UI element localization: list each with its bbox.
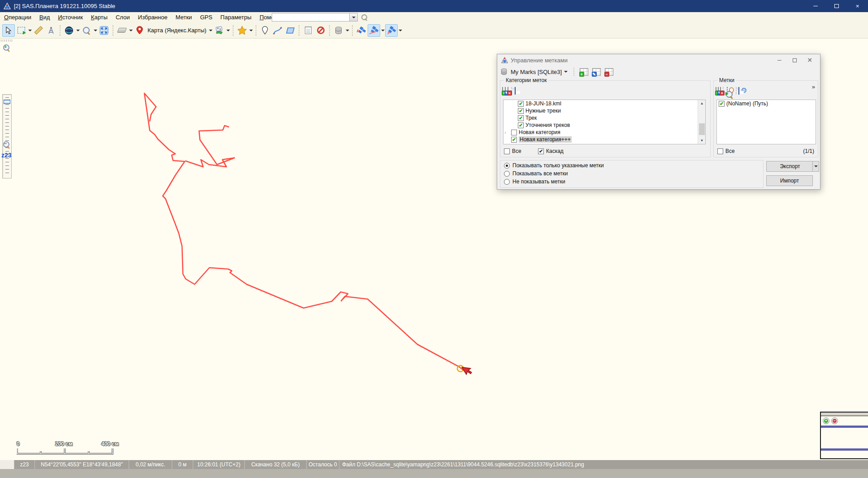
measure-distance-button[interactable] (32, 24, 45, 37)
scroll-up-icon[interactable]: ▲ (698, 100, 706, 107)
zoom-slider[interactable] (2, 94, 12, 178)
category-edit-button[interactable]: ✎ (505, 87, 506, 94)
tree-row[interactable]: 18-JUN-18.kml (503, 100, 705, 107)
category-checkbox[interactable] (518, 101, 524, 107)
search-go-icon[interactable] (361, 14, 367, 22)
zoom-tool-button[interactable] (80, 24, 93, 37)
menu-source[interactable]: Источник (54, 13, 87, 22)
layers-button[interactable] (213, 24, 226, 37)
zoom-in-button[interactable]: + (3, 44, 11, 52)
search-input[interactable] (272, 13, 349, 21)
minimap-panel[interactable]: + − (820, 412, 868, 459)
goto-position-button[interactable] (45, 24, 57, 37)
checkbox[interactable] (717, 148, 723, 154)
database-select-button[interactable]: My Marks [SQLite3] (509, 68, 569, 76)
mark-export-button[interactable] (738, 87, 739, 94)
layers-dropdown[interactable] (226, 24, 230, 37)
gps-connect-button[interactable] (355, 24, 368, 37)
tree-row[interactable]: Нужные треки (503, 107, 705, 114)
menu-favorites[interactable]: Избранное (134, 13, 172, 22)
marks-manager-button[interactable] (302, 24, 314, 37)
menu-marks[interactable]: Метки (171, 13, 196, 22)
fullscreen-button[interactable] (98, 24, 110, 37)
dialog-minimize-button[interactable] (772, 54, 787, 66)
mark-edit-button[interactable]: ✎ (718, 87, 719, 94)
checkbox[interactable] (538, 148, 544, 154)
dialog-maximize-button[interactable] (787, 54, 802, 66)
tree-row[interactable]: Новая категория+++ (503, 136, 705, 143)
scroll-down-icon[interactable]: ▼ (698, 137, 706, 144)
radio-show-all[interactable]: Показывать все метки (504, 170, 763, 177)
minimize-button[interactable] (805, 0, 826, 12)
mark-row[interactable]: (NoName) (Путь) (717, 100, 816, 107)
toolbar-overflow-button[interactable]: » (812, 83, 815, 90)
categories-tree[interactable]: 18-JUN-18.kml Нужные треки Трек Уточнени… (503, 100, 706, 144)
zoom-tool-dropdown[interactable] (93, 24, 98, 37)
select-region-dropdown[interactable] (27, 24, 32, 37)
active-map-label[interactable]: Карта (Яндекс.Карты) (146, 27, 208, 34)
mark-delete-button[interactable]: × (720, 87, 721, 94)
export-dropdown[interactable] (812, 161, 819, 171)
category-checkbox[interactable] (518, 122, 524, 128)
database-add-button[interactable]: + (578, 67, 589, 77)
menu-maps[interactable]: Карты (87, 13, 112, 22)
gps-track-button[interactable] (368, 24, 380, 37)
gps-follow-button[interactable] (385, 24, 398, 37)
mark-checkbox[interactable] (719, 101, 725, 107)
menu-layers[interactable]: Слои (112, 13, 134, 22)
cascade-checkbox[interactable]: Каскад (538, 148, 564, 154)
internet-cache-button[interactable] (63, 24, 75, 37)
add-placemark-button[interactable] (259, 24, 271, 37)
search-dropdown-button[interactable] (349, 13, 357, 21)
search-combobox[interactable] (272, 13, 358, 22)
category-delete-button[interactable]: × (508, 87, 508, 94)
dialog-title-bar[interactable]: Управление метками ✕ (497, 54, 820, 66)
previous-map-button[interactable] (116, 24, 128, 37)
marks-list[interactable]: (NoName) (Путь) (716, 100, 816, 144)
category-add-button[interactable]: + (502, 87, 503, 94)
dialog-close-button[interactable]: ✕ (802, 54, 817, 66)
tree-row[interactable]: Трек (503, 114, 705, 122)
add-polygon-button[interactable] (284, 24, 296, 37)
database-delete-button[interactable]: − (603, 67, 614, 77)
category-checkbox[interactable] (518, 115, 524, 121)
add-path-button[interactable] (271, 24, 284, 37)
mark-add-button[interactable]: + (716, 87, 716, 94)
previous-map-dropdown[interactable] (128, 24, 133, 37)
category-checkbox[interactable] (511, 137, 517, 143)
menu-operations[interactable]: Операции (0, 13, 35, 22)
marks-all-checkbox[interactable]: Все (717, 148, 735, 154)
expander-icon[interactable]: › (504, 130, 509, 135)
slider-thumb[interactable] (4, 100, 10, 104)
hide-marks-button[interactable] (314, 24, 327, 37)
fill-map-button[interactable] (332, 24, 345, 37)
favorites-dropdown[interactable] (248, 24, 253, 37)
active-map-dropdown[interactable] (208, 24, 213, 37)
close-button[interactable]: × (847, 0, 868, 12)
menu-gps[interactable]: GPS (196, 13, 216, 22)
category-checkbox[interactable] (518, 108, 524, 114)
active-map-button[interactable] (133, 24, 146, 37)
checkbox[interactable] (504, 148, 510, 154)
tree-row[interactable]: Уточнения треков (503, 122, 705, 129)
export-button[interactable]: Экспорт (766, 161, 819, 172)
radio-show-none[interactable]: Не показывать метки (504, 178, 763, 185)
menu-parameters[interactable]: Параметры (217, 13, 256, 22)
scrollbar-thumb[interactable] (699, 123, 705, 135)
zoom-out-button[interactable]: − (3, 141, 11, 149)
minimap-zoom-in-button[interactable]: + (823, 417, 829, 424)
categories-all-checkbox[interactable]: Все (504, 148, 521, 154)
mark-goto-button[interactable] (727, 87, 728, 94)
tree-scrollbar[interactable]: ▲ ▼ (698, 100, 705, 144)
gps-follow-dropdown[interactable] (398, 24, 403, 37)
database-edit-button[interactable]: ✎ (591, 67, 602, 77)
tree-row[interactable]: ›Новая категория (503, 129, 705, 136)
internet-cache-dropdown[interactable] (75, 24, 80, 37)
minimap-grip[interactable] (821, 413, 868, 416)
menu-view[interactable]: Вид (35, 13, 54, 22)
radio-show-selected[interactable]: Показывать только указанные метки (504, 162, 763, 169)
category-export-button[interactable] (515, 87, 516, 94)
category-checkbox[interactable] (511, 130, 517, 135)
fill-map-dropdown[interactable] (345, 24, 350, 37)
minimap-zoom-out-button[interactable]: − (831, 417, 838, 424)
